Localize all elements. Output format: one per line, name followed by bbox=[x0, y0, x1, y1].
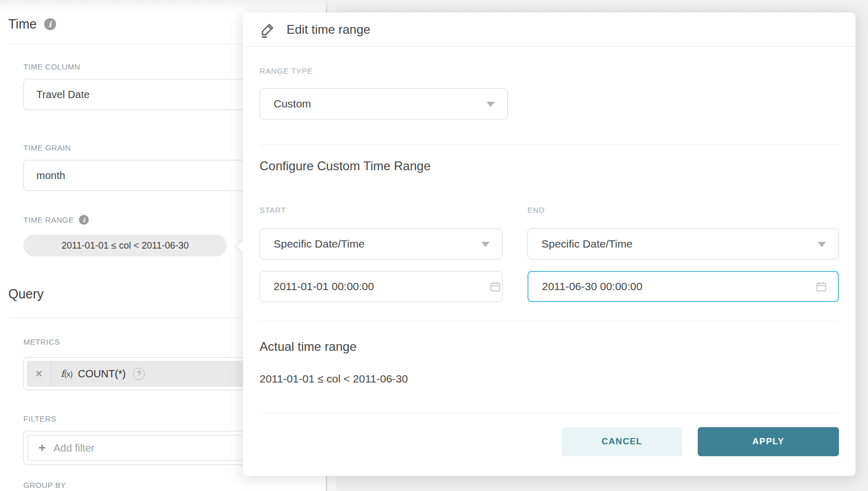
time-section-title: Time bbox=[8, 17, 37, 32]
range-type-label: RANGE TYPE bbox=[260, 66, 313, 75]
modal-divider bbox=[260, 321, 839, 321]
modal-divider bbox=[260, 144, 839, 145]
time-range-pill-value: 2011-01-01 ≤ col < 2011-06-30 bbox=[62, 240, 189, 251]
start-mode-value: Specific Date/Time bbox=[274, 238, 364, 250]
end-datetime-input[interactable] bbox=[527, 271, 839, 302]
modal-header: Edit time range bbox=[243, 12, 856, 47]
start-label: START bbox=[260, 206, 286, 214]
chevron-down-icon bbox=[486, 102, 495, 107]
time-section-header: Time i bbox=[8, 17, 56, 32]
info-icon[interactable]: i bbox=[79, 215, 89, 225]
add-filter-placeholder: Add filter bbox=[53, 442, 94, 454]
filters-label: FILTERS bbox=[23, 414, 56, 423]
modal-title: Edit time range bbox=[287, 22, 370, 37]
calendar-icon[interactable] bbox=[489, 280, 501, 293]
chevron-down-icon bbox=[818, 242, 826, 247]
fx-arg: (x) bbox=[64, 370, 73, 378]
time-grain-label: TIME GRAIN bbox=[23, 143, 71, 152]
metric-chip-label: COUNT(*) bbox=[78, 368, 126, 380]
end-mode-value: Specific Date/Time bbox=[541, 238, 632, 250]
apply-button[interactable]: APPLY bbox=[698, 427, 839, 456]
query-section-header: Query bbox=[8, 287, 44, 302]
actual-time-range-heading: Actual time range bbox=[260, 339, 357, 354]
plus-icon: + bbox=[38, 442, 46, 454]
fx-f: f bbox=[61, 368, 64, 379]
pencil-edit-icon bbox=[260, 21, 276, 38]
calendar-icon[interactable] bbox=[815, 280, 828, 293]
end-mode-select[interactable]: Specific Date/Time bbox=[527, 228, 839, 260]
modal-footer: CANCEL APPLY bbox=[562, 427, 839, 456]
chevron-down-icon bbox=[481, 242, 490, 247]
edit-time-range-modal: Edit time range RANGE TYPE Custom Config… bbox=[243, 12, 856, 476]
configure-heading: Configure Custom Time Range bbox=[260, 159, 430, 173]
time-range-label: TIME RANGE bbox=[23, 215, 74, 224]
time-grain-value: month bbox=[36, 170, 65, 182]
info-icon[interactable]: i bbox=[44, 18, 56, 30]
range-type-select[interactable]: Custom bbox=[260, 88, 508, 119]
close-icon[interactable]: × bbox=[27, 361, 51, 387]
group-by-label: GROUP BY bbox=[23, 481, 66, 489]
end-label: END bbox=[527, 206, 545, 214]
metrics-label: METRICS bbox=[23, 337, 60, 346]
start-datetime-input[interactable] bbox=[260, 271, 503, 302]
footer-divider bbox=[260, 413, 839, 413]
time-column-value: Travel Date bbox=[36, 89, 90, 101]
help-circle-icon[interactable]: ? bbox=[133, 368, 145, 380]
time-range-pill[interactable]: 2011-01-01 ≤ col < 2011-06-30 bbox=[23, 235, 227, 256]
start-mode-select[interactable]: Specific Date/Time bbox=[260, 228, 503, 260]
time-range-label-row: TIME RANGE i bbox=[23, 215, 89, 225]
actual-time-range-value: 2011-01-01 ≤ col < 2011-06-30 bbox=[260, 373, 408, 385]
range-type-value: Custom bbox=[274, 98, 311, 110]
cancel-button[interactable]: CANCEL bbox=[562, 427, 682, 456]
query-section-title: Query bbox=[8, 287, 44, 302]
function-fx-icon: f(x) bbox=[61, 368, 73, 379]
time-column-label: TIME COLUMN bbox=[23, 62, 80, 71]
